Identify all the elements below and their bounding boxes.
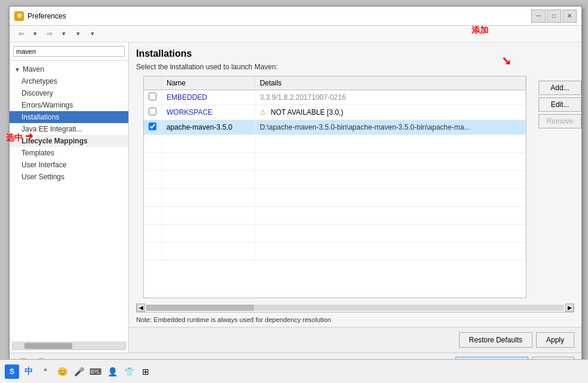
dropdown-button2[interactable]: ▾ bbox=[86, 27, 99, 41]
sidebar-item-maven[interactable]: ▼ Maven bbox=[10, 63, 128, 75]
sidebar-item-label: Installations bbox=[21, 113, 59, 121]
row-checkbox-embedded[interactable] bbox=[144, 90, 162, 105]
scroll-right-button[interactable]: ▶ bbox=[565, 304, 574, 312]
table-row-area: Name Details EMBEDDED bbox=[129, 76, 581, 303]
taskbar-icon-6[interactable]: 👕 bbox=[122, 364, 136, 379]
scrollbar-track[interactable] bbox=[146, 305, 564, 311]
sidebar-search-area bbox=[10, 42, 128, 61]
sidebar-item-ui[interactable]: User Interface bbox=[10, 159, 128, 171]
toolbar: ⇦ ▾ ⇨ ▾ ▾ ▾ bbox=[10, 26, 581, 42]
table-row-empty bbox=[144, 225, 526, 243]
sidebar: ▼ Maven Archetypes Discovery Errors/Warn… bbox=[10, 42, 129, 353]
taskbar-icon-7[interactable]: ⊞ bbox=[138, 364, 153, 379]
sidebar-tree: ▼ Maven Archetypes Discovery Errors/Warn… bbox=[10, 61, 128, 339]
main-content: Installations Select the installation us… bbox=[129, 42, 581, 353]
sidebar-item-label: User Interface bbox=[21, 161, 66, 169]
edit-button[interactable]: Edit... bbox=[538, 97, 581, 112]
row-name-text: WORKSPACE bbox=[167, 108, 213, 117]
sidebar-item-installations[interactable]: Installations bbox=[10, 111, 128, 123]
row-checkbox-apache[interactable] bbox=[144, 120, 162, 135]
taskbar-icons: S 中 ° 😊 🎤 ⌨ 👤 👕 ⊞ bbox=[5, 364, 153, 379]
sogou-icon[interactable]: S bbox=[5, 364, 19, 379]
sidebar-item-discovery[interactable]: Discovery bbox=[10, 87, 128, 99]
taskbar: S 中 ° 😊 🎤 ⌨ 👤 👕 ⊞ bbox=[0, 359, 588, 383]
page-title: Installations bbox=[129, 42, 581, 63]
sidebar-item-archetypes[interactable]: Archetypes bbox=[10, 75, 128, 87]
scroll-left-button[interactable]: ◀ bbox=[137, 304, 145, 312]
table-row: apache-maven-3.5.0 D:\apache-maven-3.5.0… bbox=[144, 120, 526, 135]
sidebar-item-usersettings[interactable]: User Settings bbox=[10, 171, 128, 183]
taskbar-chinese-icon[interactable]: 中 bbox=[21, 364, 36, 379]
row-name-apache: apache-maven-3.5.0 bbox=[162, 120, 255, 135]
scrollbar-thumb bbox=[24, 343, 72, 349]
row-details-text: D:\apache-maven-3.5.0-bin\apache-maven-3… bbox=[260, 123, 470, 131]
checkbox-apache[interactable] bbox=[149, 122, 156, 130]
installations-table: Name Details EMBEDDED bbox=[144, 76, 526, 261]
preferences-dialog: ⚙ Preferences ─ □ ✕ ⇦ ▾ ⇨ ▾ ▾ ▾ ▼ Maven bbox=[9, 6, 582, 376]
table-row-empty bbox=[144, 135, 526, 153]
warning-icon: ⚠ bbox=[260, 108, 266, 117]
close-button[interactable]: ✕ bbox=[562, 10, 577, 23]
taskbar-icon-3[interactable]: 🎤 bbox=[72, 364, 86, 379]
expand-arrow: ▼ bbox=[14, 66, 20, 73]
sidebar-item-label: Maven bbox=[23, 65, 44, 73]
table-row-empty bbox=[144, 189, 526, 207]
back-button[interactable]: ⇦ bbox=[14, 27, 27, 41]
col-check bbox=[144, 76, 162, 90]
back-dropdown[interactable]: ▾ bbox=[29, 27, 42, 41]
taskbar-icon-1[interactable]: ° bbox=[38, 364, 53, 379]
row-name-text: EMBEDDED bbox=[167, 93, 207, 102]
sidebar-item-label: Archetypes bbox=[21, 77, 57, 85]
installations-table-container: Name Details EMBEDDED bbox=[143, 76, 527, 298]
sidebar-item-label: Errors/Warnings bbox=[21, 101, 73, 109]
sidebar-item-templates[interactable]: Templates bbox=[10, 147, 128, 159]
remove-button[interactable]: Remove bbox=[538, 114, 581, 128]
apply-button[interactable]: Apply bbox=[536, 332, 574, 348]
table-row: EMBEDDED 3.3.9/1.8.2.20171007-0216 bbox=[144, 90, 526, 105]
col-details-header: Details bbox=[255, 76, 526, 90]
row-details-embedded: 3.3.9/1.8.2.20171007-0216 bbox=[255, 90, 526, 105]
row-name-embedded: EMBEDDED bbox=[162, 90, 255, 105]
sidebar-item-label: Discovery bbox=[21, 89, 53, 97]
checkbox-embedded[interactable] bbox=[149, 93, 156, 100]
app-icon: ⚙ bbox=[14, 11, 24, 21]
body: ▼ Maven Archetypes Discovery Errors/Warn… bbox=[10, 42, 581, 353]
maximize-button[interactable]: □ bbox=[547, 10, 561, 23]
row-details-text: NOT AVAILABLE [3.0,) bbox=[271, 108, 343, 117]
add-button[interactable]: Add... bbox=[538, 81, 581, 95]
table-row: WORKSPACE ⚠ NOT AVAILABLE [3.0,) bbox=[144, 105, 526, 120]
sidebar-item-label: Java EE Integrati... bbox=[21, 125, 82, 133]
window-controls: ─ □ ✕ bbox=[531, 10, 577, 23]
table-row-empty bbox=[144, 243, 526, 261]
action-buttons-panel: Add... Edit... Remove bbox=[534, 76, 581, 298]
checkbox-workspace[interactable] bbox=[149, 108, 156, 115]
row-details-workspace: ⚠ NOT AVAILABLE [3.0,) bbox=[255, 105, 526, 120]
forward-button[interactable]: ⇨ bbox=[43, 27, 56, 41]
row-details-apache: D:\apache-maven-3.5.0-bin\apache-maven-3… bbox=[255, 120, 526, 135]
titlebar: ⚙ Preferences ─ □ ✕ bbox=[10, 7, 581, 26]
dropdown-button[interactable]: ▾ bbox=[72, 27, 85, 41]
sidebar-item-javaee[interactable]: Java EE Integrati... bbox=[10, 123, 128, 135]
row-checkbox-workspace[interactable] bbox=[144, 105, 162, 120]
restore-defaults-button[interactable]: Restore Defaults bbox=[459, 332, 532, 348]
row-name-text: apache-maven-3.5.0 bbox=[167, 123, 232, 131]
forward-dropdown[interactable]: ▾ bbox=[57, 27, 70, 41]
search-input[interactable] bbox=[13, 46, 125, 57]
sidebar-item-label: User Settings bbox=[21, 173, 64, 181]
scrollbar-thumb bbox=[146, 305, 254, 311]
taskbar-icon-4[interactable]: ⌨ bbox=[88, 364, 103, 379]
bottom-bar: Restore Defaults Apply bbox=[129, 327, 581, 353]
table-row-empty bbox=[144, 171, 526, 189]
taskbar-icon-2[interactable]: 😊 bbox=[55, 364, 69, 379]
table-header-row: Name Details bbox=[144, 76, 526, 90]
sidebar-scrollbar[interactable] bbox=[12, 342, 126, 350]
sidebar-item-errors[interactable]: Errors/Warnings bbox=[10, 99, 128, 111]
window-title: Preferences bbox=[27, 12, 531, 20]
minimize-button[interactable]: ─ bbox=[531, 10, 546, 23]
taskbar-icon-5[interactable]: 👤 bbox=[105, 364, 119, 379]
sidebar-item-lifecycle[interactable]: Lifecycle Mappings bbox=[10, 135, 128, 147]
note-text: Note: Embedded runtime is always used fo… bbox=[129, 312, 581, 327]
table-row-empty bbox=[144, 207, 526, 225]
horizontal-scrollbar[interactable]: ◀ ▶ bbox=[136, 303, 574, 312]
sidebar-item-label: Templates bbox=[21, 149, 54, 157]
